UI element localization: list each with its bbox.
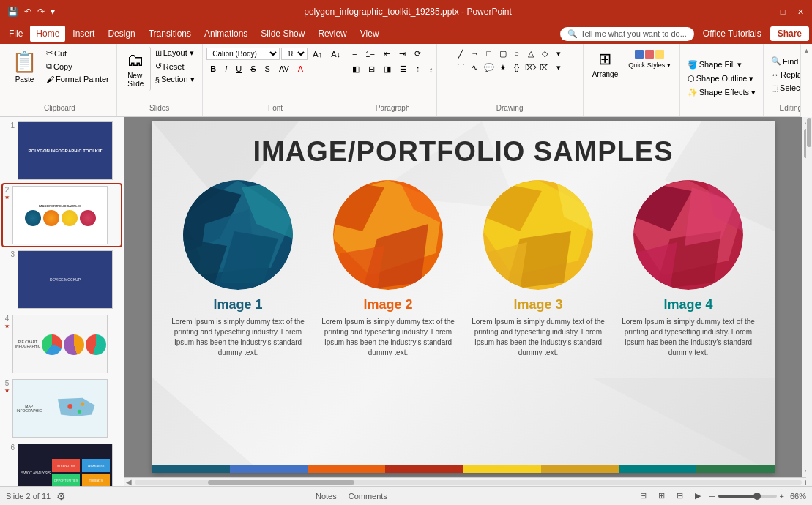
menu-file[interactable]: File: [3, 26, 29, 42]
font-size-select[interactable]: 18: [281, 48, 308, 60]
close-button[interactable]: ✕: [794, 6, 806, 18]
share-button[interactable]: Share: [770, 26, 809, 41]
undo-icon[interactable]: ↶: [23, 5, 33, 18]
slide3-content: DEVICE MOCKUP: [48, 276, 82, 283]
normal-view-button[interactable]: ⊟: [637, 490, 649, 502]
align-right-button[interactable]: ◨: [380, 63, 395, 75]
brace-shape[interactable]: ⌦: [524, 61, 537, 74]
copy-button[interactable]: ⧉ Copy: [43, 60, 112, 72]
slideshow-view-button[interactable]: ▶: [692, 490, 704, 502]
arc-shape[interactable]: ⌒: [455, 61, 468, 74]
arrange-button[interactable]: ⊞ Arrange: [588, 47, 623, 81]
callout-shape[interactable]: 💬: [483, 61, 496, 74]
indent-more-button[interactable]: ⇥: [395, 48, 409, 60]
reading-view-button[interactable]: ⊟: [674, 490, 686, 502]
columns-button[interactable]: ⫶: [412, 64, 424, 75]
slide-thumb-3[interactable]: 3 DEVICE MOCKUP: [3, 249, 121, 310]
menu-animations[interactable]: Animations: [198, 26, 253, 42]
arrow-shape[interactable]: →: [469, 47, 482, 60]
menu-insert[interactable]: Insert: [67, 26, 100, 42]
slide-thumb-2[interactable]: 2 ★ IMAGE/PORTFOLIO SAMPLES: [3, 184, 121, 246]
minimize-button[interactable]: ─: [759, 6, 771, 18]
quick-styles-button[interactable]: Quick Styles ▾: [624, 47, 675, 72]
menu-view[interactable]: View: [354, 26, 385, 42]
star-shape[interactable]: ★: [496, 61, 510, 74]
menu-review[interactable]: Review: [312, 26, 352, 42]
font-family-select[interactable]: Calibri (Body): [206, 48, 280, 60]
slide-sorter-button[interactable]: ⊞: [655, 490, 668, 502]
slide-thumb-1[interactable]: 1 POLYGON INFOGRAPHIC TOOLKIT: [3, 120, 121, 182]
zoom-in-button[interactable]: +: [780, 492, 784, 501]
s2-circle4: [80, 210, 96, 226]
notes-button[interactable]: Notes: [316, 492, 337, 501]
circle-shape[interactable]: ○: [510, 47, 524, 60]
redo-icon[interactable]: ↷: [36, 5, 46, 18]
align-center-button[interactable]: ⊟: [365, 63, 379, 75]
bold-button[interactable]: B: [206, 63, 220, 75]
slide-panel[interactable]: 1 POLYGON INFOGRAPHIC TOOLKIT 2 ★ IMAGE/…: [0, 117, 124, 486]
menu-slideshow[interactable]: Slide Show: [255, 26, 310, 42]
shapes-grid: ╱ → □ ▢ ○ △ ◇ ▾ ⌒ ∿ 💬 ★ {} ⌦ ⌧ ▾: [455, 47, 565, 74]
char-spacing-button[interactable]: AV: [275, 63, 293, 75]
triangle-shape[interactable]: △: [524, 47, 537, 60]
rect-shape[interactable]: □: [483, 47, 496, 60]
slide-thumb-4[interactable]: 4 ★ PIE CHARTINFOGRAPHIC: [3, 313, 121, 375]
shape-format-content: 🪣 Shape Fill ▾ ⬡ Shape Outline ▾ ✨ Shape…: [685, 47, 759, 111]
customize-icon[interactable]: ▾: [49, 5, 56, 18]
office-tutorials-link[interactable]: Office Tutorials: [697, 26, 767, 41]
justify-button[interactable]: ☰: [396, 63, 411, 75]
bullets-button[interactable]: ≡: [349, 48, 360, 60]
slide-thumb-5[interactable]: 5 ★ MAP INFOGRAPHIC: [3, 378, 121, 439]
horizontal-scrollbar[interactable]: ◀ ▶: [124, 477, 812, 486]
zoom-thumb[interactable]: [753, 493, 761, 500]
shape-outline-button[interactable]: ⬡ Shape Outline ▾: [685, 72, 757, 85]
decrease-font-button[interactable]: A↓: [327, 48, 344, 60]
slide-main[interactable]: IMAGE/PORTFOLIO SAMPLES: [152, 121, 775, 473]
strikethrough-button[interactable]: S: [247, 63, 259, 75]
find-button[interactable]: 🔍 Find: [768, 55, 801, 67]
font-color-button[interactable]: A: [294, 63, 307, 75]
slide2-content: IMAGE/PORTFOLIO SAMPLES: [13, 202, 107, 228]
smart-art-button[interactable]: ⟳: [411, 48, 425, 60]
zoom-slider[interactable]: ─ +: [709, 492, 784, 501]
curve-shape[interactable]: ∿: [469, 61, 482, 74]
format-painter-button[interactable]: 🖌 Format Painter: [43, 73, 112, 85]
italic-button[interactable]: I: [221, 63, 231, 75]
menu-design[interactable]: Design: [102, 26, 141, 42]
section-button[interactable]: § Section ▾: [152, 73, 198, 86]
zoom-track[interactable]: [718, 495, 777, 498]
zoom-level[interactable]: 66%: [790, 492, 806, 501]
color-seg-5: [463, 465, 541, 473]
align-left-button[interactable]: ◧: [349, 63, 363, 75]
rounded-rect-shape[interactable]: ▢: [496, 47, 510, 60]
numbering-button[interactable]: 1≡: [362, 48, 379, 60]
shapes-more[interactable]: ▾: [552, 47, 565, 60]
line-shape[interactable]: ╱: [455, 47, 468, 60]
shape-fill-button[interactable]: 🪣 Shape Fill ▾: [685, 59, 745, 71]
more-shapes[interactable]: ▾: [552, 61, 565, 74]
tell-me-box[interactable]: 🔍 Tell me what you want to do...: [560, 27, 694, 41]
zoom-out-button[interactable]: ─: [709, 492, 715, 501]
maximize-button[interactable]: □: [777, 6, 789, 18]
cut-button[interactable]: ✂ Cut: [43, 47, 112, 59]
layout-button[interactable]: ⊞ Layout ▾: [152, 47, 198, 59]
increase-font-button[interactable]: A↑: [309, 48, 326, 60]
shape-effects-button[interactable]: ✨ Shape Effects ▾: [685, 86, 759, 99]
indent-less-button[interactable]: ⇤: [380, 48, 394, 60]
ribbon-collapse-button[interactable]: ▲: [803, 44, 810, 117]
shadow-button[interactable]: S: [261, 63, 274, 75]
bracket-shape[interactable]: {}: [510, 61, 524, 74]
comments-button[interactable]: Comments: [349, 492, 387, 501]
slide-thumb-6[interactable]: 6 SWOT ANALYSIS STRENGTHS WEAKNESS OPPOR…: [3, 442, 121, 486]
menu-transitions[interactable]: Transitions: [143, 26, 197, 42]
save-icon[interactable]: 💾: [6, 5, 20, 18]
paste-button[interactable]: 📋 Paste: [7, 47, 42, 86]
new-slide-button[interactable]: 🗂 NewSlide: [122, 47, 151, 91]
diamond-shape[interactable]: ◇: [538, 47, 551, 60]
reset-button[interactable]: ↺ Reset: [152, 60, 198, 72]
scroll-left-arrow[interactable]: ◀: [126, 478, 132, 486]
custom-shape[interactable]: ⌧: [538, 61, 551, 74]
line-spacing-button[interactable]: ↕: [425, 64, 437, 75]
menu-home[interactable]: Home: [30, 26, 65, 42]
underline-button[interactable]: U: [232, 63, 245, 75]
